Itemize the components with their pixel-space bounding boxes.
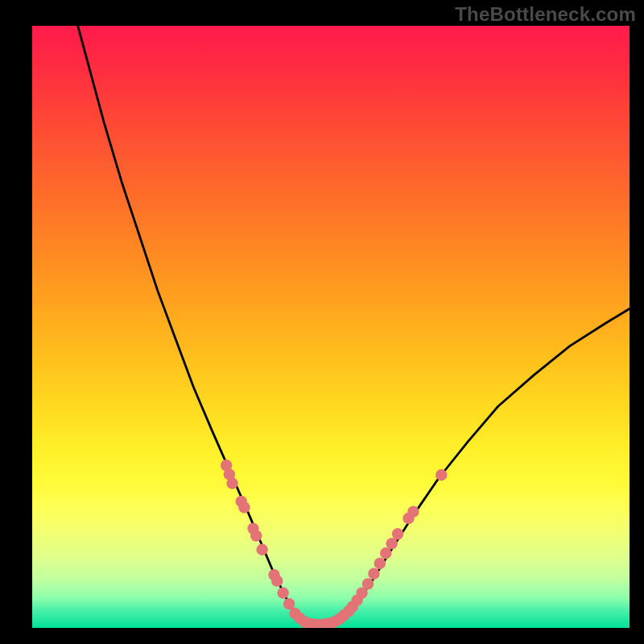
- plot-gradient-area: [32, 26, 630, 628]
- watermark-text: TheBottleneck.com: [455, 3, 636, 26]
- chart-stage: TheBottleneck.com: [0, 0, 644, 644]
